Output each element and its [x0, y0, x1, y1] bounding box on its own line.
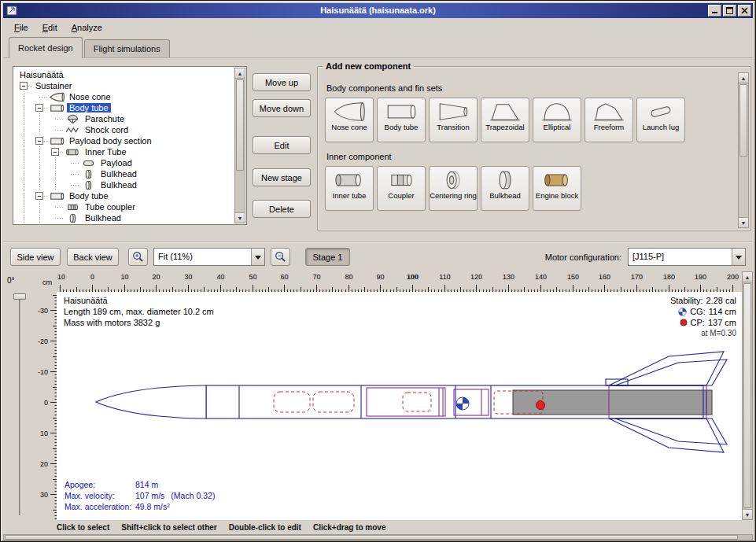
tree-item-sustainer[interactable]: Sustainer — [14, 80, 234, 91]
maximize-button[interactable] — [723, 5, 736, 17]
edit-button[interactable]: Edit — [253, 136, 311, 154]
palette-scrollbar-thumb[interactable] — [739, 84, 747, 157]
stability-info: Stability:2.28 cal CG:114 cm CP:137 cm a… — [670, 295, 736, 339]
scroll-down-icon[interactable]: ▼ — [235, 212, 245, 223]
tree-scrollbar-thumb[interactable] — [236, 79, 244, 171]
rotation-slider-thumb[interactable] — [13, 293, 26, 300]
max-acceleration-label: Max. acceleration: — [65, 501, 134, 512]
tree-item-inner-tube[interactable]: Inner Tube — [14, 146, 234, 157]
window-title: Haisunäätä (haisunaata.ork) — [3, 3, 753, 18]
add-trapezoidal-button[interactable]: Trapezoidal — [481, 98, 529, 142]
svg-text:90: 90 — [376, 273, 384, 281]
add-engineblock-button[interactable]: Engine block — [533, 166, 581, 211]
shockcord-icon — [65, 125, 80, 135]
tree-item-label: Nose cone — [67, 92, 113, 101]
add-freeform-button[interactable]: Freeform — [585, 98, 633, 142]
tree-item-bulkhead[interactable]: Bulkhead — [14, 168, 234, 179]
motor-configuration-label: Motor configuration: — [545, 253, 621, 262]
add-coupler-button[interactable]: Coupler — [377, 166, 426, 211]
motor-configuration-combo[interactable]: [J115-P] — [628, 248, 746, 266]
tree-expander-icon[interactable] — [35, 192, 43, 200]
cp-marker — [537, 401, 545, 410]
tree-item-tube-coupler[interactable]: Tube coupler — [14, 201, 234, 212]
combo-arrow-button[interactable] — [732, 249, 745, 265]
tab-flight-simulations[interactable]: Flight simulations — [84, 39, 170, 57]
move-up-button[interactable]: Move up — [253, 73, 311, 91]
rocket-canvas[interactable]: Haisunäätä Length 189 cm, max. diameter … — [57, 292, 747, 520]
back-view-button[interactable]: Back view — [67, 248, 119, 266]
scroll-down-icon[interactable]: ▼ — [739, 217, 748, 227]
tree-action-buttons: Move upMove downEditNew stageDelete — [253, 58, 311, 227]
add-launchlug-button[interactable]: Launch lug — [636, 98, 685, 142]
svg-text:190: 190 — [695, 273, 706, 281]
menu-file[interactable]: File — [7, 20, 35, 35]
engineblock-icon — [540, 169, 574, 191]
tree-scrollbar[interactable]: ▲ ▼ — [234, 68, 245, 223]
tree-item-label: Bulkhead — [98, 180, 139, 190]
chevron-down-icon — [255, 256, 261, 263]
title-bar[interactable]: Haisunäätä (haisunaata.ork) — [3, 3, 753, 18]
add-innertube-button[interactable]: Inner tube — [325, 166, 374, 211]
scroll-up-icon[interactable]: ▲ — [235, 68, 245, 79]
zoom-in-button[interactable] — [128, 248, 148, 266]
palette-scrollbar[interactable]: ▲ ▼ — [738, 72, 749, 228]
coupler-icon — [384, 169, 419, 191]
new-stage-button[interactable]: New stage — [253, 168, 311, 186]
canvas-scrollbar[interactable]: ▲ ▼ — [742, 271, 753, 520]
tree-item-label: Bulkhead — [98, 169, 139, 179]
svg-text:30: 30 — [40, 491, 48, 499]
menu-analyze[interactable]: Analyze — [65, 20, 109, 35]
tree-expander-icon[interactable] — [20, 82, 28, 90]
zoom-out-button[interactable] — [271, 248, 290, 266]
add-elliptical-button[interactable]: Elliptical — [533, 98, 581, 142]
component-button-label: Launch lug — [643, 124, 679, 131]
scroll-up-icon[interactable]: ▲ — [739, 73, 748, 83]
tree-expander-icon[interactable] — [35, 137, 43, 145]
tree-expander-icon[interactable] — [35, 104, 43, 112]
tree-item-shock-cord[interactable]: Shock cord — [14, 124, 234, 135]
tree-item-bulkhead[interactable]: Bulkhead — [14, 212, 234, 223]
combo-arrow-button[interactable] — [251, 249, 264, 265]
menu-edit[interactable]: Edit — [35, 20, 65, 35]
delete-button[interactable]: Delete — [253, 200, 311, 218]
tree-expander-icon[interactable] — [51, 148, 59, 156]
max-velocity-label: Max. velocity: — [65, 490, 134, 501]
max-acceleration-value: 49.8 m/s² — [135, 501, 215, 512]
tab-rocket-design[interactable]: Rocket design — [9, 37, 83, 58]
tree-item-nose-cone[interactable]: Nose cone — [14, 91, 234, 102]
status-hint: Click+drag to move — [313, 523, 386, 532]
tree-item-body-tube[interactable]: Body tube — [14, 190, 234, 201]
tree-item-body-tube[interactable]: Body tube — [14, 102, 234, 113]
tree-item-payload[interactable]: Payload — [14, 157, 234, 168]
stage-1-button[interactable]: Stage 1 — [305, 248, 350, 266]
vertical-ruler: -30-20-100102030 — [28, 292, 57, 520]
horizontal-ruler: -100102030405060708090100110120130140150… — [57, 271, 747, 292]
tree-item-payload-body-section[interactable]: Payload body section — [14, 135, 234, 146]
horizontal-scrollbar[interactable] — [3, 534, 753, 540]
add-bodytube-button[interactable]: Body tube — [377, 98, 426, 142]
status-bar: Click to selectShift+click to select oth… — [3, 520, 753, 534]
max-velocity-value: 107 m/s — [135, 491, 164, 500]
add-bulkhead-button[interactable]: Bulkhead — [481, 166, 529, 211]
bodytube-icon — [50, 191, 65, 201]
tree-item-parachute[interactable]: Parachute — [14, 113, 234, 124]
scroll-down-icon[interactable]: ▼ — [743, 509, 752, 519]
close-button[interactable] — [738, 5, 751, 17]
add-transition-button[interactable]: Transition — [429, 98, 478, 142]
tree-item-label: Shock cord — [83, 125, 131, 135]
add-centeringring-button[interactable]: Centering ring — [429, 166, 478, 211]
scroll-up-icon[interactable]: ▲ — [743, 272, 752, 282]
cp-icon — [680, 319, 688, 326]
cg-marker — [456, 397, 469, 410]
svg-text:130: 130 — [503, 273, 514, 281]
rotation-slider[interactable] — [19, 297, 20, 515]
tree-item-bulkhead[interactable]: Bulkhead — [14, 179, 234, 190]
move-down-button[interactable]: Move down — [253, 99, 311, 117]
minimize-button[interactable] — [708, 5, 721, 17]
zoom-level-combo[interactable]: Fit (11%) — [153, 248, 265, 266]
add-nosecone-button[interactable]: Nose cone — [325, 98, 374, 142]
canvas-scrollbar-thumb[interactable] — [743, 283, 751, 508]
tree-item-haisun-t-[interactable]: Haisunäätä — [14, 69, 234, 80]
horizontal-scrollbar-thumb[interactable] — [5, 535, 738, 540]
side-view-button[interactable]: Side view — [10, 248, 61, 266]
